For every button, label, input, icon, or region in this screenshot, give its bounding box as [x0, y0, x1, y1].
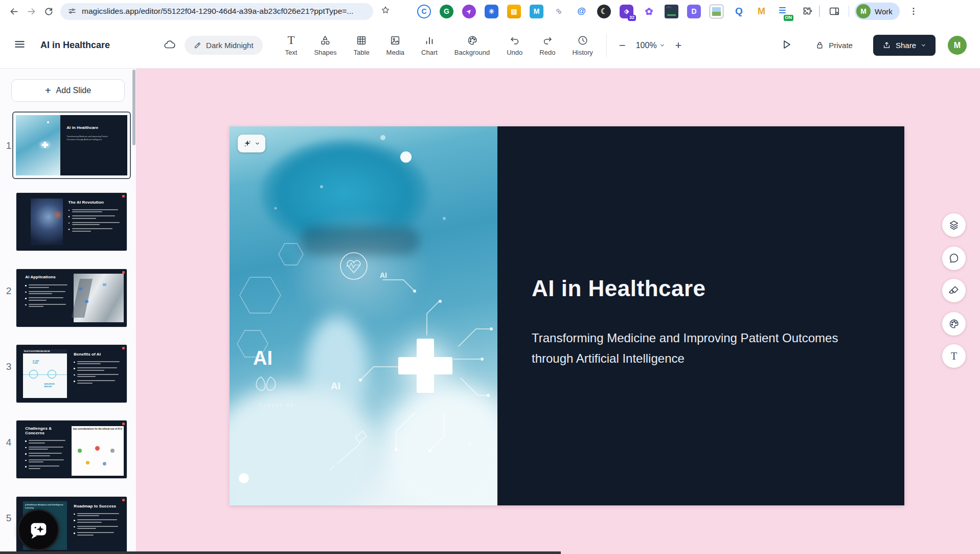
layers-button[interactable]	[942, 213, 966, 237]
tool-redo[interactable]: Redo	[539, 35, 555, 56]
bookmark-button[interactable]	[380, 5, 391, 17]
present-button[interactable]	[780, 38, 792, 53]
chat-widget-button[interactable]	[17, 509, 59, 551]
text-style-button[interactable]: T	[942, 344, 966, 368]
back-button[interactable]	[5, 3, 22, 20]
editor-content: + Add Slide 1 2 3 4 5 6 AI in Healthcare…	[0, 69, 980, 554]
tool-undo[interactable]: Undo	[507, 35, 522, 56]
chevron-down-icon	[659, 42, 665, 48]
share-button[interactable]: Share	[873, 35, 936, 56]
ai-tools-button[interactable]	[238, 135, 265, 152]
url-text[interactable]: magicslides.app/editor/55122f04-1290-46d…	[82, 7, 353, 16]
purple-gear-extension-icon[interactable]: ✿	[642, 5, 656, 18]
main-menu-button[interactable]	[13, 38, 26, 53]
profile-name: Work	[875, 7, 893, 16]
theme-selector[interactable]: Dark Midnight	[185, 36, 263, 55]
editor-canvas: AI AI AI 010101 00 AI in Healthcare Tran…	[136, 69, 980, 554]
zoom-out-button[interactable]: −	[619, 40, 626, 51]
media-icon	[390, 35, 401, 46]
browser-menu-button[interactable]	[905, 3, 922, 20]
zoom-in-button[interactable]: +	[675, 40, 682, 51]
style-brush-button[interactable]	[942, 279, 966, 302]
pencil-icon	[194, 41, 201, 49]
presentation-extension-icon[interactable]: ▤	[507, 5, 521, 18]
chevron-down-icon	[921, 42, 926, 48]
address-bar[interactable]: magicslides.app/editor/55122f04-1290-46d…	[60, 3, 373, 20]
history-icon	[577, 35, 588, 46]
site-settings-icon[interactable]	[67, 7, 77, 16]
document-title[interactable]: AI in Healthcare	[40, 40, 110, 51]
magic-cursor-extension-icon[interactable]: ➤	[462, 5, 476, 18]
tool-chart[interactable]: Chart	[421, 35, 438, 56]
add-slide-button[interactable]: + Add Slide	[11, 79, 125, 102]
blue-q-extension-icon[interactable]: Q	[732, 5, 746, 18]
sidebar-scrollbar-thumb[interactable]	[132, 70, 135, 145]
browser-profile-button[interactable]: M Work	[855, 3, 900, 20]
side-panel-button[interactable]	[826, 3, 843, 20]
tool-table[interactable]: Table	[354, 35, 370, 56]
slide-status-dot	[122, 347, 125, 349]
letter-d-extension-icon[interactable]: D	[687, 5, 701, 18]
thumb-image	[74, 274, 123, 322]
slide-subtitle[interactable]: Transforming Medicine and Improving Pati…	[532, 328, 838, 369]
thumb-image: ROLE OF AI IN PERSONALIZED ME AI CAREPLA…	[23, 349, 67, 398]
slide-thumbnail-2[interactable]: The AI Revolution	[16, 193, 127, 251]
slide-thumbnail-5[interactable]: Challenges & Concerns key considerations…	[16, 420, 127, 478]
slide-text-panel: AI in Healthcare Transforming Medicine a…	[497, 126, 904, 505]
tool-background[interactable]: Background	[454, 35, 490, 56]
at-spiral-extension-icon[interactable]: @	[575, 5, 588, 18]
photo-ai-label-small: AI	[380, 271, 387, 279]
back-icon	[9, 6, 19, 17]
slide-photo[interactable]: AI AI AI 010101 00	[230, 126, 497, 505]
folder-extension-icon[interactable]	[665, 5, 678, 18]
theme-label: Dark Midnight	[206, 41, 254, 50]
slide-status-dot	[122, 271, 125, 274]
tool-text[interactable]: T Text	[285, 35, 298, 56]
grammarly-extension-icon[interactable]: G	[440, 5, 453, 18]
hamburger-menu-icon	[13, 38, 26, 51]
slide-thumbnail-4[interactable]: ROLE OF AI IN PERSONALIZED ME AI CAREPLA…	[16, 345, 127, 403]
table-icon	[356, 35, 367, 46]
tool-history[interactable]: History	[572, 35, 592, 56]
purple-shield-extension-icon[interactable]: ⬗32	[620, 5, 633, 18]
theme-palette-button[interactable]	[942, 312, 966, 336]
slide-number: 2	[4, 285, 13, 297]
bookmark-star-icon	[380, 5, 391, 15]
gold-m-extension-icon[interactable]: M	[755, 5, 768, 18]
dark-swirl-extension-icon[interactable]: ☾	[597, 5, 611, 18]
picture-extension-icon[interactable]	[710, 5, 723, 18]
slide-number: 5	[4, 513, 13, 524]
reload-icon	[43, 6, 54, 16]
slide-1-canvas[interactable]: AI AI AI 010101 00 AI in Healthcare Tran…	[230, 126, 904, 505]
slide-status-dot	[122, 195, 125, 197]
user-avatar[interactable]: M	[948, 36, 967, 55]
slide-title[interactable]: AI in Healthcare	[532, 276, 706, 301]
extensions-puzzle-icon[interactable]	[800, 5, 813, 18]
reload-button[interactable]	[40, 3, 57, 20]
zoom-level-dropdown[interactable]: 100%	[636, 41, 665, 50]
forward-button[interactable]	[22, 3, 40, 20]
comment-icon	[948, 253, 960, 264]
redo-icon	[542, 35, 553, 46]
slide-thumbnail-1-selected[interactable]: AI in Healthcare Transforming Medicine a…	[12, 112, 131, 179]
forward-icon	[26, 6, 37, 17]
editor-toolbar: AI in Healthcare Dark Midnight T Text Sh…	[0, 23, 980, 69]
tool-shapes[interactable]: Shapes	[314, 35, 336, 56]
link-extension-icon[interactable]: ∞	[552, 5, 566, 18]
sparkle-icon	[243, 139, 252, 148]
zoom-controls: − 100% +	[619, 40, 682, 51]
list-on-extension-icon[interactable]: ON	[777, 5, 791, 18]
toolbar-divider	[819, 6, 820, 17]
snowflake-extension-icon[interactable]: ✳	[485, 5, 498, 18]
copyright-extension-icon[interactable]: C	[417, 5, 431, 18]
comments-button[interactable]	[942, 247, 966, 270]
toolbar-separator	[606, 34, 607, 57]
slide-status-dot	[122, 423, 125, 425]
side-panel-search-icon	[829, 6, 840, 17]
shapes-icon	[320, 35, 331, 46]
chat-widget-icon	[27, 518, 50, 542]
privacy-toggle[interactable]: Private	[815, 40, 853, 50]
mail-extension-icon[interactable]: M	[530, 5, 543, 18]
slide-thumbnail-3[interactable]: AI Applications	[16, 269, 127, 327]
tool-media[interactable]: Media	[386, 35, 404, 56]
